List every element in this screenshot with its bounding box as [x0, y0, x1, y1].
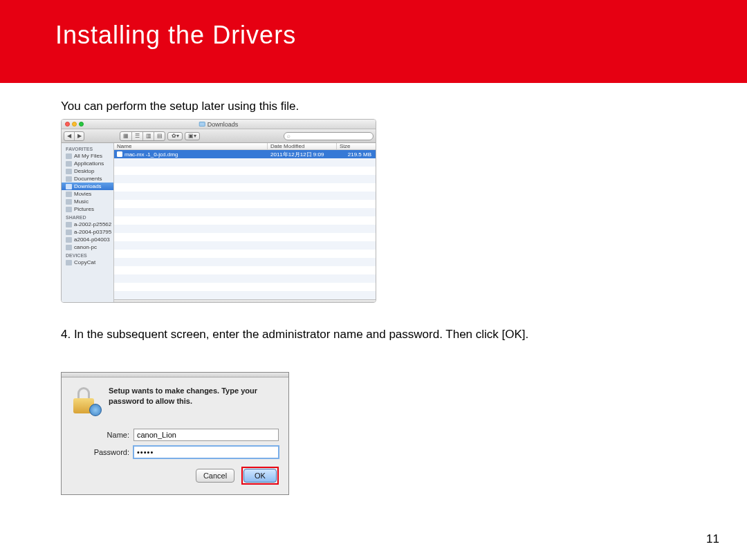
- col-name[interactable]: Name: [114, 143, 268, 149]
- sidebar-item-applications[interactable]: Applications: [62, 160, 113, 167]
- title-band: Installing the Drivers: [0, 0, 747, 83]
- sidebar-item-shared[interactable]: a2004-p04003: [62, 236, 113, 243]
- all-files-icon: [66, 153, 72, 159]
- step-4-text: 4. In the subsequent screen, enter the a…: [61, 328, 692, 342]
- minimize-icon[interactable]: [72, 122, 77, 127]
- shared-header: SHARED: [62, 213, 113, 221]
- folder-icon: [199, 122, 205, 127]
- password-input[interactable]: •••••: [133, 446, 279, 458]
- list-view-icon[interactable]: ☰: [131, 132, 142, 140]
- sidebar-item-music[interactable]: Music: [62, 198, 113, 205]
- applications-icon: [66, 161, 72, 167]
- computer-icon: [66, 245, 72, 250]
- close-icon[interactable]: [65, 122, 70, 127]
- name-label: Name:: [71, 431, 133, 439]
- horizontal-scrollbar[interactable]: [114, 299, 376, 302]
- ok-button[interactable]: OK: [243, 469, 277, 483]
- file-name: mac-mx -1_0-jcd.dmg: [124, 151, 178, 158]
- search-input[interactable]: ⌕: [284, 132, 374, 140]
- sidebar-item-desktop[interactable]: Desktop: [62, 167, 113, 175]
- sidebar-item-shared[interactable]: canon-pc: [62, 243, 113, 251]
- drive-icon: [66, 260, 72, 265]
- sidebar-item-all-my-files[interactable]: All My Files: [62, 152, 113, 160]
- downloads-icon: [66, 184, 72, 189]
- computer-icon: [66, 230, 72, 235]
- action-menu[interactable]: ✿▾: [167, 132, 183, 140]
- cancel-button[interactable]: Cancel: [196, 469, 234, 483]
- computer-icon: [66, 222, 72, 227]
- col-size[interactable]: Size: [337, 143, 376, 149]
- finder-window: Downloads ◀ ▶ ▦ ☰ ▥ ▤ ✿▾ ▣▾ ⌕ FAVORITES: [61, 119, 376, 303]
- password-label: Password:: [71, 448, 133, 456]
- sidebar-item-downloads[interactable]: Downloads: [62, 183, 113, 190]
- file-size: 219.5 MB: [337, 151, 376, 158]
- coverflow-view-icon[interactable]: ▤: [154, 132, 165, 140]
- desktop-icon: [66, 169, 72, 174]
- traffic-lights[interactable]: [65, 122, 84, 127]
- nav-buttons[interactable]: ◀ ▶: [64, 131, 84, 141]
- forward-icon[interactable]: ▶: [74, 132, 84, 140]
- content-area: You can perform the setup later using th…: [0, 83, 747, 495]
- back-icon[interactable]: ◀: [64, 132, 74, 140]
- ok-highlight: OK: [241, 467, 279, 485]
- search-icon: ⌕: [287, 133, 290, 139]
- favorites-header: FAVORITES: [62, 144, 113, 152]
- finder-toolbar: ◀ ▶ ▦ ☰ ▥ ▤ ✿▾ ▣▾ ⌕: [62, 129, 376, 143]
- music-icon: [66, 199, 72, 205]
- view-buttons[interactable]: ▦ ☰ ▥ ▤: [120, 131, 165, 141]
- dmg-icon: [117, 151, 122, 157]
- finder-sidebar: FAVORITES All My Files Applications Desk…: [62, 143, 114, 302]
- sidebar-item-device[interactable]: CopyCat: [62, 259, 113, 266]
- sidebar-item-pictures[interactable]: Pictures: [62, 205, 113, 213]
- finder-titlebar: Downloads: [62, 120, 376, 129]
- intro-text: You can perform the setup later using th…: [61, 100, 692, 113]
- pictures-icon: [66, 207, 72, 212]
- lock-icon: [71, 386, 102, 416]
- movies-icon: [66, 192, 72, 197]
- page-title: Installing the Drivers: [55, 21, 747, 50]
- column-headers[interactable]: Name Date Modified Size: [114, 143, 376, 150]
- computer-icon: [66, 237, 72, 243]
- sidebar-item-movies[interactable]: Movies: [62, 190, 113, 198]
- name-input[interactable]: canon_Lion: [133, 429, 279, 441]
- file-rows: mac-mx -1_0-jcd.dmg 2011年12月12日 9:09 219…: [114, 150, 376, 299]
- zoom-icon[interactable]: [79, 122, 84, 127]
- icon-view-icon[interactable]: ▦: [120, 132, 131, 140]
- sidebar-item-shared[interactable]: a-2002-p25562: [62, 221, 113, 228]
- col-date[interactable]: Date Modified: [268, 143, 337, 149]
- table-row[interactable]: mac-mx -1_0-jcd.dmg 2011年12月12日 9:09 219…: [114, 150, 376, 158]
- column-view-icon[interactable]: ▥: [142, 132, 154, 140]
- auth-dialog: Setup wants to make changes. Type your p…: [61, 372, 289, 495]
- documents-icon: [66, 176, 72, 182]
- file-list-pane: Name Date Modified Size mac-mx -1_0-jcd.…: [114, 143, 376, 302]
- file-date: 2011年12月12日 9:09: [268, 151, 337, 158]
- window-title: Downloads: [199, 121, 239, 128]
- page-number: 11: [706, 532, 719, 546]
- dialog-titlebar-sliver: [62, 373, 288, 377]
- auth-message: Setup wants to make changes. Type your p…: [109, 386, 279, 416]
- devices-header: DEVICES: [62, 251, 113, 259]
- quicklook-button[interactable]: ▣▾: [185, 132, 200, 140]
- sidebar-item-documents[interactable]: Documents: [62, 175, 113, 183]
- sidebar-item-shared[interactable]: a-2004-p03795: [62, 228, 113, 236]
- window-title-text: Downloads: [208, 121, 239, 128]
